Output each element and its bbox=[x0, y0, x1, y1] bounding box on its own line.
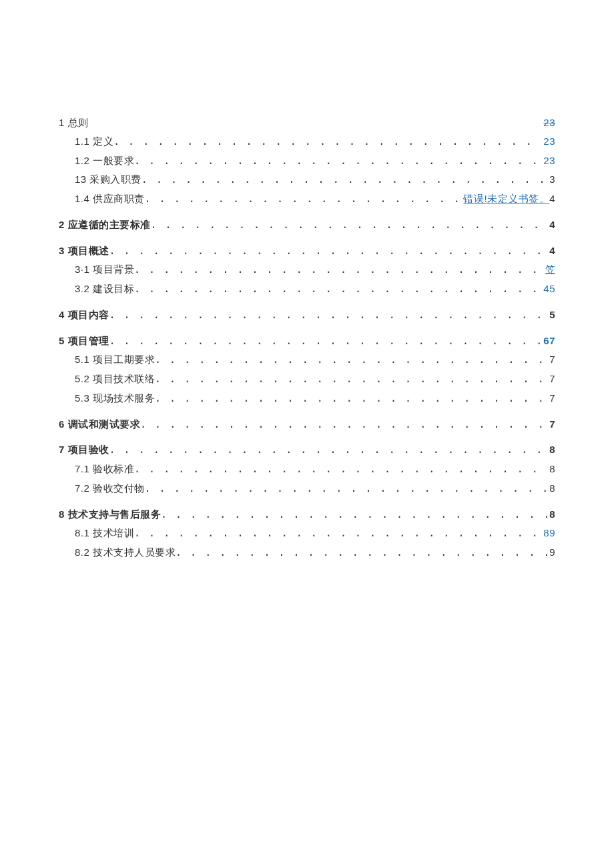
toc-page: 23 bbox=[542, 151, 555, 170]
toc-entry-1-4[interactable]: 1.4 供应商职责 错误!未定义书签。4 bbox=[59, 189, 555, 209]
toc-label: 6 调试和测试要求 bbox=[59, 415, 140, 434]
toc-page: 3 bbox=[548, 170, 555, 189]
toc-leader bbox=[176, 544, 548, 562]
toc-page: 67 bbox=[542, 332, 555, 350]
toc-entry-5[interactable]: 5 项目管理 67 bbox=[59, 332, 555, 351]
toc-leader bbox=[155, 370, 548, 389]
toc-label: 2 应遵循的主要标准 bbox=[59, 215, 151, 234]
toc-entry-7-2[interactable]: 7.2 验收交付物 8 bbox=[59, 479, 555, 498]
toc-label: 7.2 验收交付物 bbox=[75, 479, 145, 498]
toc-entry-1-2[interactable]: 1.2 一般要求 23 bbox=[59, 151, 555, 171]
toc-entry-1-3[interactable]: 13 采购入职费 3 bbox=[59, 170, 555, 189]
toc-page-error: 错误!未定义书签。4 bbox=[462, 189, 555, 208]
toc-entry-5-1[interactable]: 5.1 项目工期要求 7 bbox=[59, 350, 555, 370]
toc-page: 23 bbox=[542, 113, 555, 132]
toc-page: 45 bbox=[542, 280, 555, 298]
toc-page-num: 4 bbox=[549, 193, 555, 204]
toc-leader bbox=[134, 460, 548, 479]
toc-label: 3·1 项目背景 bbox=[75, 260, 134, 279]
toc-leader bbox=[145, 190, 463, 209]
toc-label: 5 项目管理 bbox=[59, 332, 109, 350]
toc-page: 8 bbox=[548, 460, 555, 478]
toc-label: 5.3 现场技术服务 bbox=[75, 389, 155, 408]
toc-page: 9 bbox=[548, 543, 555, 562]
toc-leader bbox=[113, 133, 542, 151]
toc-page: 8 bbox=[548, 505, 555, 524]
toc-entry-8-1[interactable]: 8.1 技术培训 89 bbox=[59, 524, 555, 543]
toc-entry-7-1[interactable]: 7.1 验收标准 8 bbox=[59, 460, 555, 479]
toc-entry-3[interactable]: 3 项目概述 4 bbox=[59, 242, 555, 261]
toc-leader bbox=[161, 506, 548, 524]
toc-leader bbox=[109, 441, 549, 460]
toc-label: 5.1 项目工期要求 bbox=[75, 350, 155, 369]
toc-page: 7 bbox=[548, 370, 555, 388]
toc-page: 8 bbox=[548, 440, 555, 459]
toc-label: 7.1 验收标准 bbox=[75, 460, 134, 478]
toc-leader bbox=[134, 152, 542, 171]
toc-entry-2[interactable]: 2 应遵循的主要标准 4 bbox=[59, 215, 555, 235]
toc-entry-1[interactable]: 1 总则 23 bbox=[59, 113, 555, 132]
toc-page: 4 bbox=[548, 242, 555, 260]
toc-label: 4 项目内容 bbox=[59, 306, 109, 324]
toc-label: 1 总则 bbox=[59, 113, 89, 132]
bookmark-error-link[interactable]: 错误!未定义书签。 bbox=[463, 193, 549, 204]
toc-label: 3.2 建设目标 bbox=[75, 280, 134, 298]
toc-label: 3 项目概述 bbox=[59, 242, 109, 260]
toc-page: 89 bbox=[542, 524, 555, 542]
toc-entry-3-1[interactable]: 3·1 项目背景 笠 bbox=[59, 260, 555, 280]
toc-entry-7[interactable]: 7 项目验收 8 bbox=[59, 440, 555, 460]
toc-label: 8.1 技术培训 bbox=[75, 524, 134, 542]
toc-label: 7 项目验收 bbox=[59, 440, 109, 459]
toc-page: 23 bbox=[542, 132, 555, 151]
toc-entry-3-2[interactable]: 3.2 建设目标 45 bbox=[59, 280, 555, 299]
toc-leader bbox=[151, 216, 549, 235]
toc-leader bbox=[141, 171, 548, 189]
toc-leader bbox=[109, 242, 549, 261]
toc-entry-6[interactable]: 6 调试和测试要求 7 bbox=[59, 415, 555, 434]
toc-leader bbox=[134, 524, 542, 543]
toc-leader bbox=[155, 351, 548, 370]
toc-entry-5-3[interactable]: 5.3 现场技术服务 7 bbox=[59, 389, 555, 408]
toc-leader bbox=[134, 280, 542, 299]
toc-label: 8 技术支持与售后服务 bbox=[59, 505, 161, 524]
toc-leader bbox=[145, 480, 549, 498]
toc-label: 13 采购入职费 bbox=[75, 170, 141, 189]
toc-page: 笠 bbox=[544, 260, 556, 279]
toc-page: 8 bbox=[548, 479, 555, 498]
toc-entry-8[interactable]: 8 技术支持与售后服务 8 bbox=[59, 505, 555, 524]
toc-page: 5 bbox=[548, 306, 555, 324]
toc-entry-8-2[interactable]: 8.2 技术支持人员要求 9 bbox=[59, 543, 555, 562]
toc-label: 1.1 定义 bbox=[75, 132, 113, 151]
toc-page: 7 bbox=[548, 350, 555, 369]
toc-entry-4[interactable]: 4 项目内容 5 bbox=[59, 306, 555, 325]
toc-label: 1.2 一般要求 bbox=[75, 151, 134, 170]
toc-label: 1.4 供应商职责 bbox=[75, 189, 145, 208]
toc-leader bbox=[109, 332, 543, 351]
toc-page: 7 bbox=[548, 415, 555, 434]
toc-page: 4 bbox=[548, 215, 555, 234]
toc-leader bbox=[109, 306, 549, 325]
toc-container: 1 总则 23 1.1 定义 23 1.2 一般要求 23 13 采购入职费 3… bbox=[0, 0, 614, 562]
toc-entry-1-1[interactable]: 1.1 定义 23 bbox=[59, 132, 555, 151]
toc-label: 8.2 技术支持人员要求 bbox=[75, 543, 176, 562]
toc-entry-5-2[interactable]: 5.2 项目技术联络 7 bbox=[59, 370, 555, 389]
toc-leader bbox=[155, 390, 548, 408]
toc-label: 5.2 项目技术联络 bbox=[75, 370, 155, 388]
toc-page: 7 bbox=[548, 389, 555, 408]
toc-leader bbox=[140, 416, 548, 434]
toc-leader bbox=[134, 261, 543, 280]
